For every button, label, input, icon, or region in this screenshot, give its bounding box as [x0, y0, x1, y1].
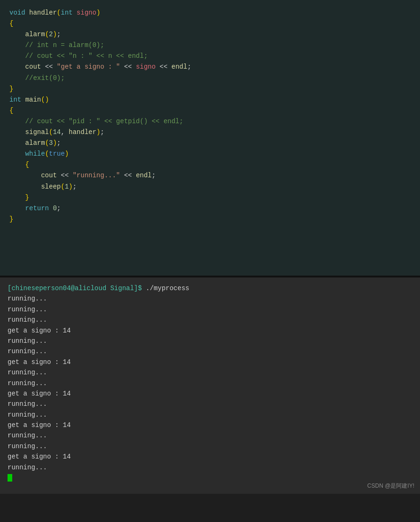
term-out-11: running... [8, 399, 412, 409]
term-out-13: get a signo : 14 [8, 420, 412, 430]
code-line-18: { [9, 159, 411, 170]
term-out-15: running... [8, 441, 412, 451]
term-out-12: running... [8, 410, 412, 420]
term-out-9: running... [8, 378, 412, 388]
watermark: CSDN @是阿建IY! [367, 482, 414, 490]
term-out-5: running... [8, 336, 412, 346]
term-out-2: running... [8, 304, 412, 315]
terminal-command: ./myprocess [146, 285, 189, 292]
term-out-10: get a signo : 14 [8, 388, 412, 399]
code-line-23: return 0; [9, 203, 411, 214]
code-line-7: //exit(0); [9, 73, 411, 84]
terminal-prompt-line: [chineseperson04@alicloud Signal]$ ./myp… [8, 283, 412, 293]
code-line-10: int main() [9, 95, 411, 105]
code-panel: void handler(int signo) { alarm(2); // i… [0, 0, 420, 277]
term-out-8: running... [8, 367, 412, 378]
code-line-11: { [9, 105, 411, 116]
code-line-8: } [9, 84, 411, 95]
code-line-24: } [9, 214, 411, 225]
term-out-16: get a signo : 14 [8, 451, 412, 462]
code-line-6: cout << "get a signo : " << signo << end… [9, 62, 411, 72]
terminal-cursor-line [8, 473, 412, 483]
code-line-20: sleep(1); [9, 182, 411, 192]
terminal-prompt: [chineseperson04@alicloud Signal]$ [8, 285, 146, 292]
term-out-17: running... [8, 462, 412, 473]
code-line-15: alarm(3); [9, 138, 411, 149]
term-out-3: running... [8, 315, 412, 325]
code-line-17: while(true) [9, 149, 411, 159]
code-line-5: // cout << "n : " << n << endl; [9, 51, 411, 62]
term-out-14: running... [8, 430, 412, 441]
term-out-4: get a signo : 14 [8, 325, 412, 336]
term-out-6: running... [8, 346, 412, 356]
code-line-2: { [9, 18, 411, 29]
terminal-panel: [chineseperson04@alicloud Signal]$ ./myp… [0, 277, 420, 494]
code-line-4: // int n = alarm(0); [9, 40, 411, 51]
code-line-21: } [9, 192, 411, 203]
code-line-3: alarm(2); [9, 29, 411, 40]
code-line-19: cout << "running..." << endl; [9, 170, 411, 181]
term-out-1: running... [8, 293, 412, 304]
code-line-1: void handler(int signo) [9, 8, 411, 18]
code-line-13: signal(14, handler); [9, 127, 411, 138]
code-line-12: // cout << "pid : " << getpid() << endl; [9, 116, 411, 127]
term-out-7: get a signo : 14 [8, 357, 412, 367]
terminal-cursor [8, 474, 12, 482]
